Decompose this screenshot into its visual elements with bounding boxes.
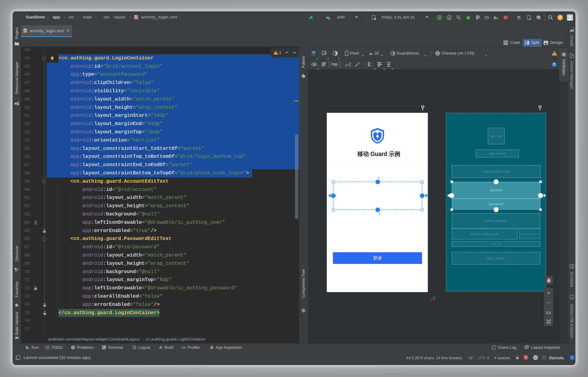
svg-text:<>: <> — [24, 31, 27, 33]
svg-text:A: A — [448, 16, 450, 20]
svg-text:<>: <> — [135, 17, 138, 20]
